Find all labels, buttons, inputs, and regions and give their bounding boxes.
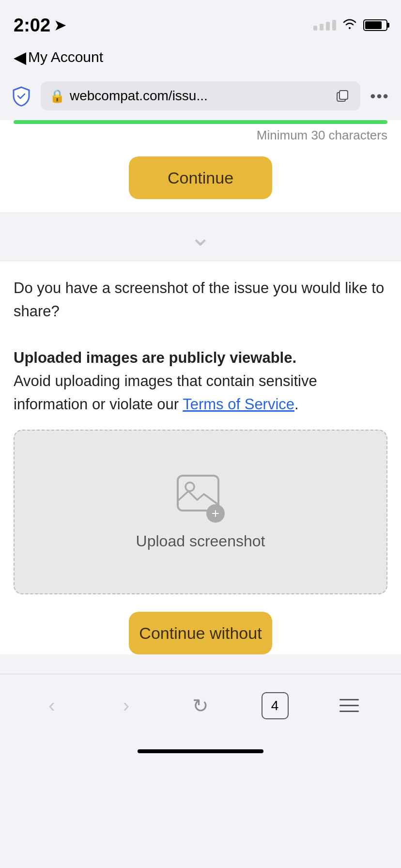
time-label: 2:02 (14, 15, 50, 36)
status-time: 2:02 ➤ (14, 15, 65, 36)
content-area: Minimum 30 characters Continue ⌄ Do you … (0, 120, 401, 654)
description-end: . (294, 396, 299, 413)
screenshot-section: Do you have a screenshot of the issue yo… (0, 261, 401, 654)
hamburger-icon (339, 699, 359, 712)
shield-icon (9, 83, 34, 108)
description-part1: Do you have a screenshot of the issue yo… (14, 279, 384, 320)
terms-of-service-link[interactable]: Terms of Service (183, 396, 294, 413)
status-right (313, 17, 387, 33)
forward-nav-button[interactable]: › (109, 689, 143, 723)
chevron-down-icon: ⌄ (190, 224, 211, 249)
back-chevron-icon: ◀ (14, 47, 26, 67)
progress-bar (14, 120, 387, 124)
upload-image-icon: + (176, 474, 225, 523)
tab-count-label: 4 (271, 698, 279, 713)
home-indicator (0, 737, 401, 766)
wifi-icon (342, 17, 357, 33)
status-bar: 2:02 ➤ (0, 0, 401, 43)
section-description: Do you have a screenshot of the issue yo… (14, 277, 387, 416)
tab-count-box: 4 (262, 692, 289, 719)
upload-label: Upload screenshot (136, 532, 265, 550)
svg-rect-1 (339, 91, 348, 99)
address-text: webcompat.com/issu... (70, 88, 327, 104)
upload-screenshot-button[interactable]: + Upload screenshot (14, 430, 387, 594)
signal-icon (313, 20, 336, 31)
address-bar[interactable]: 🔒 webcompat.com/issu... (41, 81, 360, 110)
menu-button[interactable] (332, 689, 366, 723)
browser-address-bar: 🔒 webcompat.com/issu... ••• (0, 72, 401, 120)
reload-icon: ↻ (192, 695, 209, 717)
continue-button[interactable]: Continue (129, 156, 272, 199)
back-label: My Account (28, 49, 103, 65)
copy-icon (332, 86, 352, 106)
plus-badge-icon: + (206, 504, 225, 523)
reload-button[interactable]: ↻ (184, 689, 217, 723)
location-arrow-icon: ➤ (54, 17, 65, 33)
svg-point-3 (185, 482, 194, 491)
chevron-divider: ⌄ (0, 213, 401, 261)
back-nav-button[interactable]: ‹ (35, 689, 69, 723)
min-chars-label: Minimum 30 characters (14, 128, 387, 143)
battery-icon (363, 19, 387, 31)
browser-controls: ‹ › ↻ 4 (0, 674, 401, 737)
back-button[interactable]: ◀ My Account (14, 47, 103, 67)
top-section: Minimum 30 characters Continue (0, 120, 401, 213)
tab-count-button[interactable]: 4 (258, 689, 292, 723)
forward-nav-icon: › (123, 695, 129, 716)
home-bar (138, 749, 263, 753)
progress-fill (14, 120, 387, 124)
lock-icon: 🔒 (49, 89, 65, 104)
back-nav-icon: ‹ (48, 695, 55, 716)
continue-without-button[interactable]: Continue without (129, 612, 272, 654)
warning-bold: Uploaded images are publicly viewable. (14, 349, 296, 366)
more-button[interactable]: ••• (367, 83, 392, 108)
nav-bar: ◀ My Account (0, 43, 401, 72)
